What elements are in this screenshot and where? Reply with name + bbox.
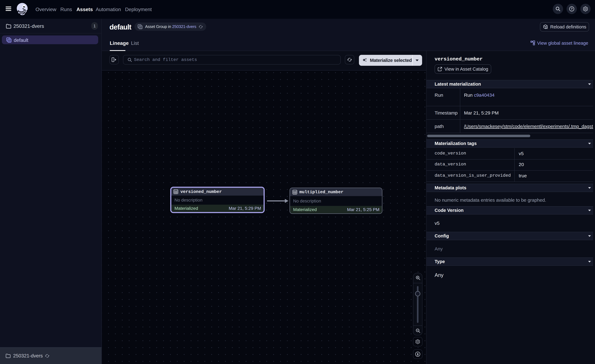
svg-text:5: 5 xyxy=(546,27,547,29)
svg-text:?: ? xyxy=(571,7,573,11)
